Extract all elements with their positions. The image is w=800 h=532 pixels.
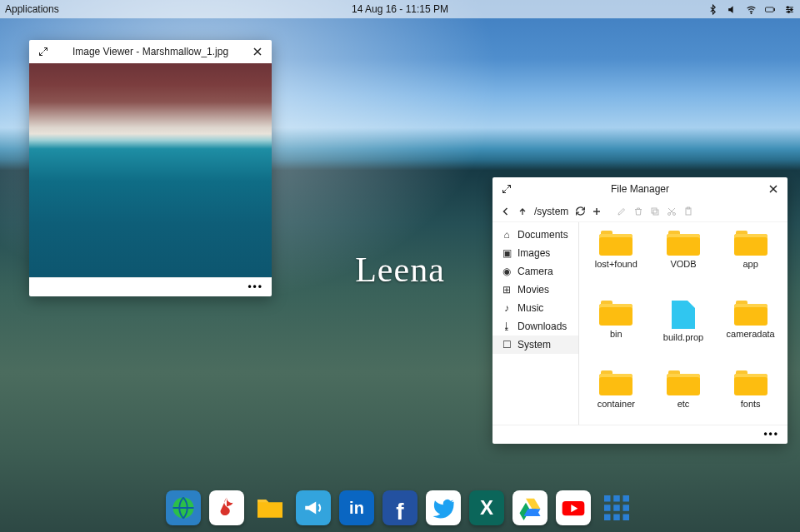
item-label: lost+found	[595, 259, 638, 269]
browser-icon[interactable]	[166, 490, 201, 525]
youtube-icon[interactable]	[556, 490, 591, 525]
item-label: app	[742, 259, 758, 269]
svg-rect-17	[604, 505, 611, 511]
drive-icon[interactable]	[512, 490, 548, 525]
xing-icon[interactable]: X	[469, 490, 504, 525]
images-icon: ▣	[501, 247, 512, 259]
new-button[interactable]	[590, 205, 603, 218]
svg-rect-14	[604, 495, 611, 502]
edit-button	[615, 205, 628, 218]
folder-item[interactable]: container	[584, 370, 648, 425]
dock: infX	[166, 490, 634, 525]
file-manager-menu-button[interactable]: •••	[492, 425, 788, 444]
svg-point-0	[751, 12, 752, 13]
file-manager-window[interactable]: File Manager /system ⌂Documents▣Images◉C…	[492, 177, 788, 444]
maximize-button[interactable]	[36, 44, 51, 59]
folder-icon	[599, 301, 632, 326]
sidebar-item-documents[interactable]: ⌂Documents	[492, 226, 578, 244]
battery-icon[interactable]	[765, 4, 776, 15]
image-viewer-menu-button[interactable]: •••	[29, 277, 272, 296]
folder-icon	[734, 301, 768, 326]
folder-item[interactable]: VODB	[652, 231, 716, 296]
folder-icon	[734, 370, 768, 395]
wifi-icon[interactable]	[746, 4, 757, 15]
refresh-button[interactable]	[573, 205, 587, 218]
settings-tray-icon[interactable]	[784, 4, 795, 15]
item-label: build.prop	[663, 332, 703, 342]
close-button[interactable]	[250, 44, 265, 59]
item-label: cameradata	[727, 329, 775, 339]
svg-rect-2	[774, 7, 775, 10]
file-manager-titlebar[interactable]: File Manager	[492, 177, 788, 201]
linkedin-icon[interactable]: in	[339, 490, 374, 525]
sidebar-item-system[interactable]: ☐System	[492, 336, 578, 354]
sidebar-item-images[interactable]: ▣Images	[492, 244, 578, 262]
sidebar-item-label: Music	[518, 302, 543, 314]
folder-icon	[599, 231, 632, 256]
pdf-icon[interactable]	[209, 490, 244, 525]
svg-rect-21	[613, 515, 620, 521]
folder-item[interactable]: cameradata	[718, 301, 782, 365]
nav-up-button[interactable]	[516, 205, 529, 218]
files-icon[interactable]	[252, 490, 288, 525]
sidebar-item-movies[interactable]: ⊞Movies	[492, 281, 578, 299]
svg-point-4	[791, 8, 792, 10]
folder-icon	[599, 370, 632, 395]
bluetooth-icon[interactable]	[708, 4, 718, 15]
sidebar-item-music[interactable]: ♪Music	[492, 299, 578, 317]
sidebar-item-label: Camera	[518, 266, 553, 277]
file-manager-grid: lost+foundVODBappbinbuild.propcameradata…	[579, 222, 788, 425]
folder-icon	[667, 231, 700, 256]
file-item[interactable]: build.prop	[652, 301, 716, 365]
image-viewer-titlebar[interactable]: Image Viewer - Marshmallow_1.jpg	[29, 40, 272, 63]
sidebar-item-downloads[interactable]: ⭳Downloads	[492, 317, 578, 336]
appgrid-icon[interactable]	[599, 490, 634, 525]
svg-rect-22	[623, 515, 630, 521]
download-icon: ⭳	[501, 321, 512, 332]
folder-item[interactable]: fonts	[718, 370, 782, 425]
folder-icon	[734, 231, 768, 256]
item-label: bin	[610, 329, 622, 339]
item-label: container	[598, 399, 635, 409]
sidebar-item-label: Images	[518, 247, 550, 259]
image-viewer-window[interactable]: Image Viewer - Marshmallow_1.jpg •••	[29, 40, 272, 296]
sidebar-item-label: Downloads	[518, 321, 567, 332]
nav-back-button[interactable]	[499, 205, 512, 218]
paste-button	[682, 205, 695, 218]
volume-icon[interactable]	[727, 4, 738, 15]
clock: 14 Aug 16 - 11:15 PM	[0, 3, 800, 15]
announce-icon[interactable]	[296, 490, 331, 525]
maximize-button[interactable]	[499, 181, 514, 196]
svg-rect-7	[652, 208, 657, 213]
twitter-icon[interactable]	[426, 490, 461, 525]
top-bar: Applications 14 Aug 16 - 11:15 PM	[0, 0, 800, 18]
applications-menu[interactable]: Applications	[5, 3, 59, 15]
system-icon: ☐	[501, 339, 512, 351]
close-button[interactable]	[766, 181, 781, 196]
folder-item[interactable]: lost+found	[584, 231, 648, 296]
file-manager-toolbar: /system	[492, 201, 788, 222]
home-icon: ⌂	[501, 229, 512, 241]
camera-icon: ◉	[501, 266, 512, 277]
folder-icon	[667, 370, 700, 395]
folder-item[interactable]: bin	[584, 301, 648, 365]
path-field[interactable]: /system	[532, 206, 570, 217]
svg-rect-16	[623, 495, 630, 502]
svg-rect-20	[604, 515, 611, 521]
item-label: fonts	[741, 399, 761, 409]
file-icon	[672, 301, 695, 329]
folder-item[interactable]: app	[718, 231, 782, 296]
music-icon: ♪	[501, 302, 512, 314]
svg-rect-18	[613, 505, 620, 511]
sidebar-item-camera[interactable]: ◉Camera	[492, 262, 578, 281]
svg-rect-6	[653, 210, 658, 215]
movies-icon: ⊞	[501, 284, 512, 296]
folder-item[interactable]: etc	[652, 370, 716, 425]
svg-rect-15	[613, 495, 620, 502]
svg-point-3	[787, 6, 788, 7]
image-viewer-title: Image Viewer - Marshmallow_1.jpg	[51, 46, 250, 57]
facebook-icon[interactable]: f	[382, 490, 418, 525]
svg-point-5	[788, 11, 789, 12]
svg-rect-1	[766, 7, 774, 11]
item-label: VODB	[670, 259, 696, 269]
